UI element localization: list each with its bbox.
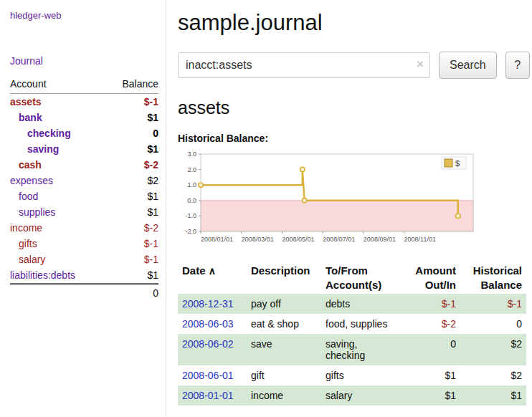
svg-text:2008/11/01: 2008/11/01 bbox=[404, 236, 436, 243]
account-balance: $1 bbox=[105, 188, 158, 204]
account-balance: $1 bbox=[105, 267, 158, 284]
transaction-date-cell: 2008-06-03 bbox=[178, 314, 247, 334]
account-name-cell: gifts bbox=[10, 236, 105, 251]
column-header-historical-balance: Historical Balance bbox=[460, 262, 526, 294]
date-header-label: Date bbox=[182, 264, 206, 277]
account-link[interactable]: saving bbox=[10, 143, 59, 155]
transactions-header-row: Date ∧ Description To/From Account(s) Am… bbox=[178, 262, 526, 294]
transaction-row: 2008-01-01incomesalary$1$1 bbox=[178, 385, 526, 406]
account-row: liabilities:debts$1 bbox=[10, 267, 158, 284]
account-link[interactable]: supplies bbox=[10, 206, 55, 218]
account-row: checking0 bbox=[10, 125, 158, 141]
transaction-description: save bbox=[247, 334, 321, 365]
transaction-date-link[interactable]: 2008-06-01 bbox=[182, 370, 234, 381]
account-balance: $-1 bbox=[105, 236, 158, 251]
accounts-total-value: 0 bbox=[105, 284, 158, 302]
transaction-row: 2008-12-31pay offdebts$-1$-1 bbox=[178, 294, 526, 314]
transaction-row: 2008-06-03eat & shopfood, supplies$-20 bbox=[178, 314, 526, 334]
transaction-description: pay off bbox=[247, 294, 321, 314]
transaction-date-link[interactable]: 2008-06-03 bbox=[182, 318, 234, 330]
help-button[interactable]: ? bbox=[505, 52, 530, 79]
account-row: income$-2 bbox=[10, 220, 158, 236]
chart-title: Historical Balance: bbox=[178, 133, 530, 144]
historical-balance-chart: 3.02.01.00.0-1.0-2.02008/01/012008/03/01… bbox=[178, 148, 482, 253]
account-row: food$1 bbox=[10, 188, 158, 204]
transaction-row: 2008-06-02savesaving, checking0$2 bbox=[178, 334, 526, 365]
account-name-cell: supplies bbox=[10, 204, 105, 220]
search-button[interactable]: Search bbox=[439, 52, 497, 79]
search-form: × Search ? bbox=[178, 52, 530, 79]
transaction-description: income bbox=[247, 385, 321, 406]
transaction-date-link[interactable]: 2008-12-31 bbox=[182, 298, 234, 310]
transaction-date-link[interactable]: 2008-01-01 bbox=[182, 390, 234, 401]
account-link[interactable]: assets bbox=[10, 96, 42, 107]
transaction-accounts: debts bbox=[321, 294, 400, 314]
account-heading: assets bbox=[178, 97, 530, 118]
sidebar-item-journal[interactable]: Journal bbox=[10, 55, 158, 67]
account-link[interactable]: salary bbox=[10, 254, 45, 265]
transaction-description: eat & shop bbox=[247, 314, 321, 334]
svg-text:2008/09/01: 2008/09/01 bbox=[364, 236, 396, 243]
svg-text:$: $ bbox=[455, 159, 460, 168]
transactions-table: Date ∧ Description To/From Account(s) Am… bbox=[178, 262, 526, 406]
app-title-link[interactable]: hledger-web bbox=[10, 10, 158, 21]
transaction-date-cell: 2008-06-01 bbox=[178, 365, 247, 385]
transaction-historical-balance: 0 bbox=[460, 314, 526, 334]
account-balance: $2 bbox=[105, 173, 158, 188]
main-content: sample.journal × Search ? assets Histori… bbox=[166, 0, 532, 417]
account-link[interactable]: bank bbox=[10, 112, 42, 123]
account-link[interactable]: cash bbox=[10, 159, 42, 171]
account-link[interactable]: checking bbox=[10, 128, 71, 139]
search-input[interactable] bbox=[178, 52, 430, 78]
account-name-cell: saving bbox=[10, 141, 105, 157]
svg-text:0.0: 0.0 bbox=[187, 197, 196, 204]
transaction-date-cell: 2008-01-01 bbox=[178, 385, 247, 406]
account-link[interactable]: expenses bbox=[10, 175, 53, 186]
transaction-historical-balance: $1 bbox=[460, 385, 526, 406]
account-link[interactable]: income bbox=[10, 222, 42, 234]
svg-text:2.0: 2.0 bbox=[187, 166, 196, 173]
account-balance: $1 bbox=[105, 204, 158, 220]
account-balance: $-1 bbox=[105, 94, 158, 110]
column-header-amount: Amount Out/In bbox=[400, 262, 460, 294]
transaction-amount: $1 bbox=[400, 385, 460, 406]
account-name-cell: cash bbox=[10, 157, 105, 173]
sort-asc-icon: ∧ bbox=[209, 265, 216, 277]
account-balance: $-2 bbox=[105, 220, 158, 236]
transaction-date-cell: 2008-12-31 bbox=[178, 294, 247, 314]
account-name-cell: assets bbox=[10, 94, 105, 110]
svg-text:2008/07/01: 2008/07/01 bbox=[323, 236, 355, 243]
accounts-header-row: Account Balance bbox=[10, 78, 158, 94]
clear-search-icon[interactable]: × bbox=[417, 58, 424, 70]
transaction-amount: $-2 bbox=[400, 314, 460, 334]
account-row: expenses$2 bbox=[10, 173, 158, 188]
column-header-accounts: To/From Account(s) bbox=[321, 262, 400, 294]
account-name-cell: liabilities:debts bbox=[10, 267, 105, 284]
account-row: saving$1 bbox=[10, 141, 158, 157]
account-balance: 0 bbox=[105, 125, 158, 141]
transaction-date-link[interactable]: 2008-06-02 bbox=[182, 338, 234, 350]
account-row: salary$-1 bbox=[10, 251, 158, 267]
column-header-date[interactable]: Date ∧ bbox=[178, 262, 247, 294]
transaction-amount: $1 bbox=[400, 365, 460, 385]
account-link[interactable]: liabilities:debts bbox=[10, 269, 75, 281]
svg-text:2008/05/01: 2008/05/01 bbox=[282, 236, 314, 243]
account-row: cash$-2 bbox=[10, 157, 158, 173]
transaction-historical-balance: $2 bbox=[460, 365, 526, 385]
account-row: gifts$-1 bbox=[10, 236, 158, 251]
accounts-header-balance: Balance bbox=[105, 78, 158, 94]
accounts-total-row: 0 bbox=[10, 284, 158, 302]
svg-text:2008/01/01: 2008/01/01 bbox=[201, 236, 233, 243]
account-balance: $-2 bbox=[105, 157, 158, 173]
account-balance: $1 bbox=[105, 110, 158, 125]
account-link[interactable]: food bbox=[10, 191, 38, 202]
account-name-cell: bank bbox=[10, 110, 105, 125]
account-name-cell: checking bbox=[10, 125, 105, 141]
account-row: assets$-1 bbox=[10, 94, 158, 110]
svg-text:1.0: 1.0 bbox=[187, 181, 196, 188]
transaction-historical-balance: $-1 bbox=[460, 294, 526, 314]
transaction-amount: $-1 bbox=[400, 294, 460, 314]
svg-text:3.0: 3.0 bbox=[187, 150, 196, 158]
account-link[interactable]: gifts bbox=[10, 238, 37, 249]
transaction-accounts: salary bbox=[321, 385, 400, 406]
